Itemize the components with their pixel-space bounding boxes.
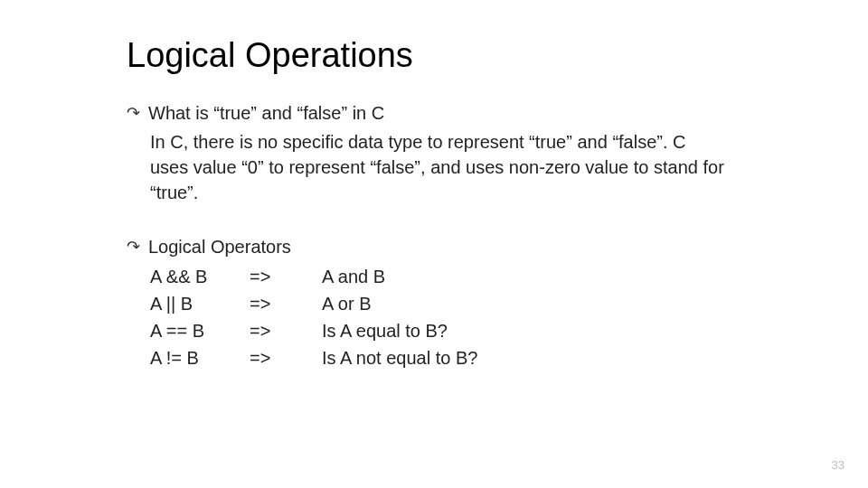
op-expr: A || B — [150, 290, 250, 317]
op-expr: A == B — [150, 317, 250, 344]
bullet-1-heading: What is “true” and “false” in C — [148, 100, 384, 126]
table-row: A || B => A or B — [150, 290, 868, 317]
page-number: 33 — [832, 458, 844, 472]
bullet-icon: ↷ — [127, 100, 145, 126]
op-desc: A and B — [322, 263, 385, 290]
slide-content: Logical Operations ↷ What is “true” and … — [0, 0, 868, 371]
op-arrow: => — [250, 290, 322, 317]
table-row: A != B => Is A not equal to B? — [150, 344, 868, 371]
op-desc: Is A not equal to B? — [322, 344, 477, 371]
bullet-2: ↷ Logical Operators — [127, 234, 868, 259]
slide-title: Logical Operations — [127, 36, 868, 75]
operators-table: A && B => A and B A || B => A or B A == … — [150, 263, 868, 371]
bullet-2-heading: Logical Operators — [148, 234, 291, 259]
op-desc: A or B — [322, 290, 371, 317]
bullet-icon: ↷ — [127, 234, 145, 259]
bullet-1: ↷ What is “true” and “false” in C — [127, 100, 868, 126]
op-desc: Is A equal to B? — [322, 317, 448, 344]
bullet-1-body: In C, there is no specific data type to … — [150, 129, 729, 205]
op-arrow: => — [250, 317, 322, 344]
op-arrow: => — [250, 263, 322, 290]
table-row: A && B => A and B — [150, 263, 868, 290]
table-row: A == B => Is A equal to B? — [150, 317, 868, 344]
op-expr: A != B — [150, 344, 250, 371]
section-2: ↷ Logical Operators A && B => A and B A … — [127, 234, 868, 371]
op-arrow: => — [250, 344, 322, 371]
op-expr: A && B — [150, 263, 250, 290]
